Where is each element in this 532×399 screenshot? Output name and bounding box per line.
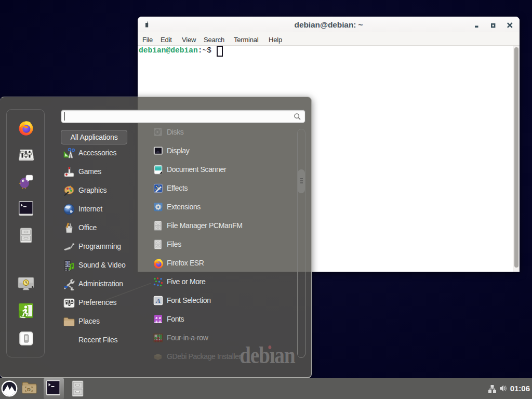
- svg-text:A: A: [155, 297, 161, 304]
- svg-text:a: a: [159, 319, 161, 324]
- svg-text:D: D: [27, 387, 31, 392]
- svg-text:a: a: [155, 319, 157, 324]
